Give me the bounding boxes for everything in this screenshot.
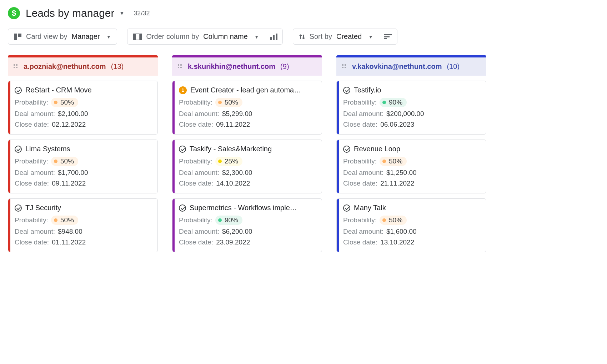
lead-card[interactable]: Taskify - Sales&MarketingProbability:25%…: [172, 140, 322, 193]
page-title-group[interactable]: Leads by manager ▼: [26, 7, 124, 19]
check-circle-icon: [179, 146, 186, 153]
deal-amount-row: Deal amount:$5,299.00: [179, 110, 316, 118]
probability-label: Probability:: [343, 98, 377, 106]
sort-by-selector[interactable]: Sort by Created ▼: [293, 29, 379, 45]
order-value: Column name: [203, 32, 248, 41]
probability-label: Probability:: [343, 157, 377, 165]
probability-row: Probability:25%: [179, 157, 316, 166]
column-header[interactable]: k.skurikhin@nethunt.com (9): [172, 57, 322, 76]
close-date-value: 09.11.2022: [216, 121, 250, 128]
close-date-label: Close date:: [179, 238, 213, 246]
order-label: Order column by: [146, 32, 199, 41]
deal-amount-row: Deal amount:$2,100.00: [15, 110, 152, 118]
sort-direction-button[interactable]: [379, 29, 397, 45]
kanban-column: a.pozniak@nethunt.com (13)ReStart - CRM …: [8, 55, 158, 252]
lead-card[interactable]: Lima SystemsProbability:50%Deal amount:$…: [8, 140, 158, 193]
svg-rect-1: [18, 34, 21, 37]
check-circle-icon: [15, 87, 22, 94]
deal-amount-label: Deal amount:: [15, 228, 55, 236]
column-cards: ReStart - CRM MoveProbability:50%Deal am…: [8, 81, 158, 252]
chart-toggle-button[interactable]: [265, 29, 283, 45]
lead-card[interactable]: Many TalkProbability:50%Deal amount:$1,6…: [336, 198, 486, 252]
drag-handle-icon[interactable]: [178, 64, 183, 69]
probability-value: 50%: [225, 98, 238, 106]
lead-card[interactable]: Testify.ioProbability:90%Deal amount:$20…: [336, 81, 486, 135]
sort-group: Sort by Created ▼: [293, 29, 397, 45]
close-date-value: 01.11.2022: [52, 238, 86, 246]
app-logo-icon: $: [8, 7, 20, 19]
column-header[interactable]: a.pozniak@nethunt.com (13): [8, 57, 158, 76]
probability-row: Probability:50%: [15, 216, 152, 225]
column-manager: a.pozniak@nethunt.com: [24, 62, 106, 71]
close-date-row: Close date:14.10.2022: [179, 180, 316, 187]
close-date-value: 21.11.2022: [380, 180, 414, 187]
lead-card[interactable]: Revenue LoopProbability:50%Deal amount:$…: [336, 140, 486, 193]
svg-rect-2: [133, 34, 135, 40]
deal-amount-row: Deal amount:$948.00: [15, 228, 152, 236]
drag-handle-icon[interactable]: [342, 64, 347, 69]
check-circle-icon: [343, 204, 350, 212]
deal-amount-row: Deal amount:$1,600.00: [343, 228, 480, 236]
probability-label: Probability:: [179, 216, 212, 224]
probability-value: 90%: [225, 216, 238, 224]
deal-amount-row: Deal amount:$1,700.00: [15, 169, 152, 177]
probability-pill: 50%: [380, 216, 407, 225]
probability-dot-icon: [54, 218, 57, 222]
probability-value: 50%: [389, 157, 402, 165]
column-cards: Testify.ioProbability:90%Deal amount:$20…: [336, 81, 486, 252]
svg-rect-10: [384, 38, 387, 39]
chevron-down-icon: ▼: [254, 34, 259, 40]
column-header[interactable]: v.kakovkina@nethunt.com (10): [336, 57, 486, 76]
probability-pill: 50%: [380, 157, 407, 166]
kanban-column: k.skurikhin@nethunt.com (9)1Event Creato…: [172, 55, 322, 252]
probability-dot-icon: [382, 218, 386, 222]
card-title: Taskify - Sales&Marketing: [190, 145, 272, 153]
column-count: (9): [280, 62, 289, 71]
card-title-row: ReStart - CRM Move: [15, 86, 152, 94]
lead-card[interactable]: Supermetrics - Workflows imple…Probabili…: [172, 198, 322, 252]
order-column-selector[interactable]: Order column by Column name ▼: [127, 29, 265, 45]
drag-handle-icon[interactable]: [14, 64, 19, 69]
check-circle-icon: [343, 146, 350, 153]
close-date-label: Close date:: [343, 121, 377, 128]
deal-amount-value: $2,300.00: [222, 169, 252, 177]
deal-amount-label: Deal amount:: [15, 110, 55, 118]
probability-value: 50%: [60, 98, 74, 106]
probability-label: Probability:: [343, 216, 377, 224]
close-date-label: Close date:: [15, 180, 49, 187]
deal-amount-label: Deal amount:: [343, 228, 383, 236]
svg-rect-8: [384, 34, 392, 35]
probability-label: Probability:: [179, 157, 212, 165]
close-date-label: Close date:: [15, 121, 49, 128]
view-toolbar: Card view by Manager ▼ Order column by C…: [8, 29, 599, 45]
kanban-column: v.kakovkina@nethunt.com (10)Testify.ioPr…: [336, 55, 486, 252]
card-view-selector[interactable]: Card view by Manager ▼: [8, 29, 117, 45]
order-group: Order column by Column name ▼: [127, 29, 282, 45]
probability-label: Probability:: [15, 98, 48, 106]
probability-dot-icon: [382, 101, 386, 104]
deal-amount-value: $5,299.00: [222, 110, 252, 118]
close-date-row: Close date:09.11.2022: [15, 180, 152, 187]
probability-dot-icon: [382, 160, 386, 163]
lead-card[interactable]: TJ SecurityProbability:50%Deal amount:$9…: [8, 198, 158, 252]
check-circle-icon: [15, 204, 22, 212]
card-title: Many Talk: [354, 204, 386, 212]
probability-row: Probability:50%: [179, 98, 316, 107]
card-view-value: Manager: [72, 32, 100, 41]
bar-chart-icon: [270, 34, 277, 40]
card-title-row: Revenue Loop: [343, 145, 480, 153]
lead-card[interactable]: ReStart - CRM MoveProbability:50%Deal am…: [8, 81, 158, 135]
close-date-value: 02.12.2022: [52, 121, 86, 128]
card-title-row: Supermetrics - Workflows imple…: [179, 204, 316, 212]
probability-row: Probability:90%: [179, 216, 316, 225]
chevron-down-icon: ▼: [106, 34, 111, 40]
lead-card[interactable]: 1Event Creator - lead gen automa…Probabi…: [172, 81, 322, 135]
deal-amount-value: $200,000.00: [386, 110, 424, 118]
notification-badge: 1: [179, 86, 187, 94]
deal-amount-value: $1,250.00: [386, 169, 417, 177]
card-view-label: Card view by: [26, 32, 67, 41]
close-date-label: Close date:: [179, 121, 213, 128]
card-title: TJ Security: [25, 204, 61, 212]
close-date-label: Close date:: [343, 238, 377, 246]
deal-amount-label: Deal amount:: [179, 169, 219, 177]
